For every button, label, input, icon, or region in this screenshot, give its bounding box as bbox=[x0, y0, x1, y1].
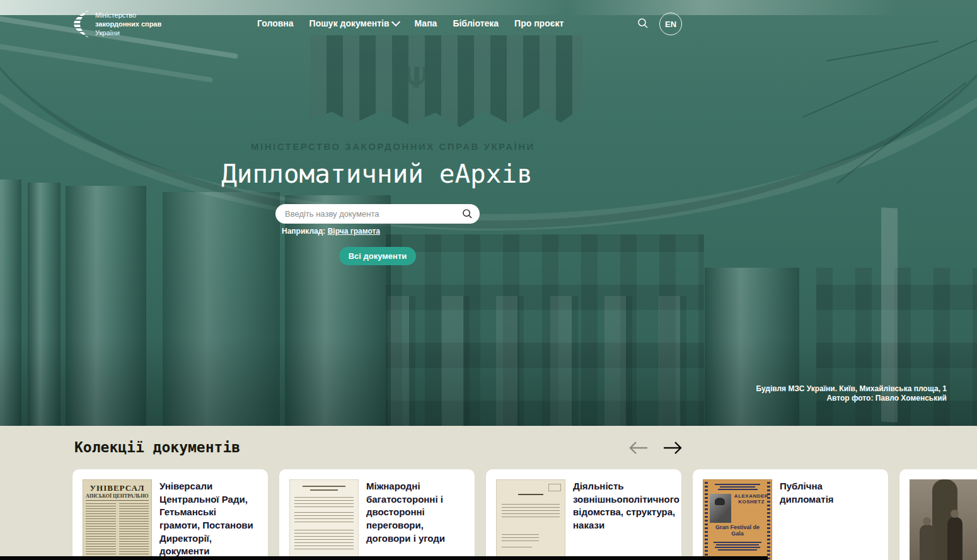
cards-carousel: УНІВЕРСАЛ АІНСЬКОЇ ЦЕНТРАЛЬНОЇ РАД Уніве… bbox=[72, 469, 977, 560]
carousel-next-button[interactable] bbox=[662, 440, 683, 456]
collection-card-historic-photo[interactable] bbox=[899, 469, 977, 560]
brand-line-2: закордонних справ bbox=[95, 20, 161, 28]
trident-emblem-icon bbox=[408, 67, 425, 89]
card-thumbnail-historic-photo bbox=[910, 479, 977, 560]
thumbnail-subheading: АІНСЬКОЇ ЦЕНТРАЛЬНОЇ РАД bbox=[86, 493, 149, 501]
facade-inscription: МІНІСТЕРСТВО ЗАКОРДОННИХ СПРАВ УКРАЇНИ bbox=[251, 141, 591, 152]
photo-tree-branch bbox=[836, 82, 966, 184]
photo-column bbox=[28, 183, 61, 426]
nav-item-label: Бібліотека bbox=[453, 18, 499, 28]
brand-logo[interactable]: Міністерство закордонних справ України bbox=[73, 9, 161, 38]
photo-column bbox=[66, 186, 146, 426]
example-label: Наприклад: bbox=[282, 227, 325, 236]
section-heading: Колекції документів bbox=[74, 439, 240, 455]
nav-item-about-project[interactable]: Про проєкт bbox=[514, 18, 564, 28]
arrow-right-icon bbox=[662, 440, 683, 456]
language-button[interactable]: EN bbox=[659, 13, 682, 35]
nav-item-label: Пошук документів bbox=[309, 18, 390, 28]
language-label: EN bbox=[665, 20, 676, 29]
document-text-block bbox=[294, 512, 354, 525]
photo-figure bbox=[920, 525, 935, 560]
photo-credit-line-2: Автор фото: Павло Хоменський bbox=[756, 394, 947, 403]
card-title: Публічна дипломатія bbox=[780, 479, 878, 560]
card-thumbnail-newspaper: УНІВЕРСАЛ АІНСЬКОЇ ЦЕНТРАЛЬНОЇ РАД bbox=[83, 479, 152, 560]
document-search-bar bbox=[275, 204, 480, 224]
photo-colonnade bbox=[388, 296, 703, 426]
document-text-block bbox=[294, 497, 354, 507]
photo-vignette bbox=[0, 338, 977, 426]
poster-line bbox=[716, 544, 759, 546]
poster-line bbox=[714, 542, 761, 543]
all-documents-button[interactable]: Всі документи bbox=[339, 247, 416, 265]
example-link[interactable]: Вірча грамота bbox=[328, 227, 380, 236]
photo-draped-banner bbox=[310, 35, 582, 127]
photo-facade-windows bbox=[386, 234, 704, 426]
collections-section: Колекції документів УНІВЕРСАЛ А bbox=[0, 426, 977, 560]
thumbnail-heading: УНІВЕРСАЛ bbox=[86, 483, 149, 493]
document-text-block bbox=[502, 504, 560, 518]
building-photo-hero: МІНІСТЕРСТВО ЗАКОРДОННИХ СПРАВ УКРАЇНИ bbox=[0, 0, 977, 426]
collection-card-public-diplomacy[interactable]: ALEXANDER KOSHETZ Gran Festival de Gala … bbox=[693, 469, 888, 560]
card-thumbnail-festival-poster: ALEXANDER KOSHETZ Gran Festival de Gala bbox=[703, 479, 772, 560]
search-submit-icon[interactable] bbox=[462, 209, 473, 219]
document-text-block bbox=[294, 530, 354, 551]
newspaper-column bbox=[86, 503, 116, 560]
brand-line-3: України bbox=[95, 28, 161, 37]
nav-item-label: Головна bbox=[257, 18, 294, 28]
document-heading-line bbox=[518, 494, 543, 495]
carousel-prev-button[interactable] bbox=[628, 440, 649, 456]
document-stamp bbox=[548, 484, 561, 491]
nav-item-label: Мапа bbox=[415, 18, 437, 28]
card-title: Універсали Центральної Ради, Гетьманські… bbox=[159, 479, 258, 560]
arrow-left-icon bbox=[628, 440, 649, 456]
document-text-block bbox=[502, 547, 532, 550]
nav-item-search-documents[interactable]: Пошук документів bbox=[309, 18, 399, 28]
poster-portrait-photo bbox=[710, 494, 731, 523]
photo-column bbox=[163, 192, 280, 426]
newspaper-column bbox=[119, 503, 149, 560]
collection-card-universals[interactable]: УНІВЕРСАЛ АІНСЬКОЇ ЦЕНТРАЛЬНОЇ РАД Уніве… bbox=[72, 469, 268, 560]
poster-artist-name: ALEXANDER KOSHETZ bbox=[733, 494, 770, 505]
poster-event-title: Gran Festival de Gala bbox=[709, 524, 766, 537]
document-line bbox=[310, 489, 337, 491]
nav-item-library[interactable]: Бібліотека bbox=[453, 18, 499, 28]
collection-card-ministry-orders[interactable]: Діяльність зовнішньополітичного відомств… bbox=[486, 469, 681, 560]
brand-line-1: Міністерство bbox=[95, 11, 161, 20]
photo-figure bbox=[947, 517, 963, 560]
photo-credit-line-1: Будівля МЗС України. Київ, Михайлівська … bbox=[756, 384, 947, 394]
document-text-block bbox=[502, 534, 539, 543]
document-line bbox=[303, 486, 345, 487]
card-thumbnail-order-document bbox=[496, 479, 565, 560]
chevron-down-icon bbox=[391, 18, 400, 26]
poster-line bbox=[720, 486, 755, 488]
photo-column bbox=[0, 180, 21, 426]
card-title: Міжнародні багатосторонні і двосторонні … bbox=[366, 479, 465, 560]
card-title: Діяльність зовнішньополітичного відомств… bbox=[573, 479, 679, 560]
nav-item-home[interactable]: Головна bbox=[257, 18, 294, 28]
poster-line bbox=[718, 549, 756, 551]
mfa-emblem-icon bbox=[73, 9, 90, 38]
poster-line bbox=[718, 489, 758, 490]
bottom-bar bbox=[0, 556, 768, 560]
document-search-input[interactable] bbox=[275, 204, 480, 224]
photo-credit: Будівля МЗС України. Київ, Михайлівська … bbox=[756, 384, 947, 403]
carousel-controls bbox=[628, 440, 683, 456]
nav-item-label: Про проєкт bbox=[514, 18, 564, 28]
main-nav: Головна Пошук документів Мапа Бібліотека… bbox=[257, 0, 564, 47]
brand-text: Міністерство закордонних справ України bbox=[95, 11, 161, 38]
search-icon[interactable] bbox=[637, 17, 649, 30]
photo-tree-branch bbox=[802, 35, 977, 118]
newspaper-columns bbox=[86, 503, 149, 560]
collection-card-treaties[interactable]: Міжнародні багатосторонні і двосторонні … bbox=[279, 469, 475, 560]
page-title: Дипломатичний еАрхів bbox=[0, 159, 754, 189]
header: Міністерство закордонних справ України Г… bbox=[0, 0, 977, 47]
page: МІНІСТЕРСТВО ЗАКОРДОННИХ СПРАВ УКРАЇНИ bbox=[0, 0, 977, 560]
poster-line bbox=[715, 547, 760, 548]
poster-line bbox=[715, 484, 760, 485]
card-thumbnail-typed-document bbox=[289, 479, 359, 560]
search-example: Наприклад: Вірча грамота bbox=[282, 227, 380, 236]
nav-item-map[interactable]: Мапа bbox=[415, 18, 437, 28]
